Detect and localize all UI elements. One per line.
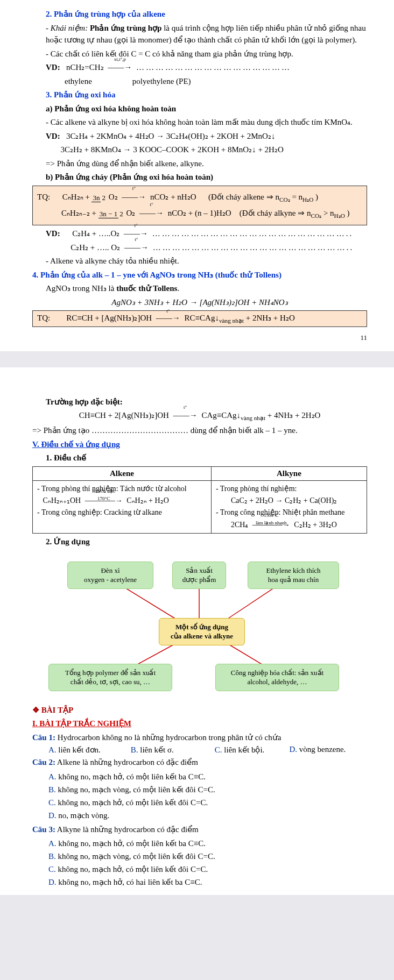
ak-l2: - Trong công nghiệp: Cracking từ alkane	[37, 508, 162, 516]
vd2-eq2-text: 3C₂H₂ + 8KMnO₄ → 3 KOOC–COOK + 2KOH + 8M…	[61, 145, 284, 154]
ay-eq1: CaC₂ + 2H₂O → C₂H₂ + Ca(OH)₂	[231, 496, 337, 505]
heading-3a: a) Phản ứng oxi hóa không hoàn toàn	[32, 103, 367, 115]
heading-v: V. Điều chế và ứng dụng	[32, 438, 367, 451]
heading-dc: 1. Điều chế	[32, 452, 367, 464]
tq-note2: (Đốt cháy alkyne ⇒ nCO₂ > nH₂O )	[240, 209, 350, 217]
arrow-7: t°——→	[171, 409, 200, 422]
tq-label: TQ:	[37, 193, 50, 201]
arrow-3: t°——→	[137, 205, 166, 221]
tollens-eq: AgNO₃ + 3NH₃ + H₂O → [Ag(NH₃)₂]OH + NH₄N…	[32, 296, 367, 309]
question-2: Câu 2: Alkene là những hydrocarbon có đặ…	[32, 756, 367, 769]
ak-cb: 170°C	[97, 496, 110, 501]
tollens-pre: AgNO₃ trong NH₃ là	[46, 284, 116, 293]
th-alkyne: Alkyne	[211, 466, 367, 480]
n2-gt: > n	[321, 209, 334, 217]
q1-options: A. liên kết đơn. B. liên kết σ. C. liên …	[32, 745, 367, 755]
h2ud-text: 2. Ứng dụng	[46, 537, 90, 546]
heading-3b: b) Phản ứng cháy (Phản ứng oxi hóa hoàn …	[32, 171, 367, 183]
q1-text: Hydrocarbon không no là những hydrocarbo…	[55, 733, 281, 742]
tq-eq1-o2: O₂	[109, 193, 118, 201]
ak-eql: CₙH₂ₙ₊₁OH	[43, 496, 81, 505]
q3-opt-d: D. không no, mạch hở, có hai liên kết ba…	[48, 876, 367, 889]
h1-text: 1. Điều chế	[46, 453, 86, 462]
question-1: Câu 1: Hydrocarbon không no là những hyd…	[32, 732, 367, 744]
sp-l: CH≡CH + 2[Ag(NH₃)₂]OH	[79, 411, 169, 420]
td-alkyne: - Trong phòng thí nghiệm: CaC₂ + 2H₂O → …	[211, 480, 367, 534]
q3-opt-c: C. không no, mạch hở, có một liên kết đô…	[48, 863, 367, 876]
page-1: 2. Phản ứng trùng hợp của alkene - Khái …	[0, 0, 394, 351]
node-cn: Công nghiệp hóa chất: sản xuấtalcohol, a…	[215, 664, 339, 692]
page-number: 11	[32, 332, 367, 343]
khai-niem-label: - Khái niệm:	[46, 24, 88, 32]
concept-paragraph: - Khái niệm: Phản ứng trùng hợp là quá t…	[32, 22, 367, 46]
tq-eq2-o2: O₂	[126, 209, 135, 217]
td-alkene: - Trong phòng thí nghiệm: Tách nước từ a…	[33, 480, 212, 534]
q3-opt-b: B. không no, mạch vòng, có một liên kết …	[48, 850, 367, 863]
prep-table: Alkene Alkyne - Trong phòng thí nghiệm: …	[32, 466, 367, 534]
arrow-9: 1500°Clàm lạnh nhanh ————→	[250, 519, 292, 531]
ay-l1: - Trong phòng thí nghiệm:	[216, 485, 297, 493]
tq2-vang: vàng nhạt	[219, 317, 244, 324]
th-alkene: Alkene	[33, 466, 212, 480]
node-polymer: Tổng hợp polymer để sản xuấtchất dẻo, tơ…	[48, 664, 172, 692]
frac1-b: 2	[101, 194, 107, 202]
ay-eq2r: C₂H₂ + 3H₂O	[294, 521, 337, 529]
tq2-l: RC≡CH + [Ag(NH₃)₂]OH	[66, 314, 152, 322]
ak-ct: H₂SO₄ đặc	[92, 488, 115, 494]
ethylene-label: ethylene	[65, 77, 92, 86]
vd2: VD: 3C₂H₄ + 2KMnO₄ + 4H₂O → 3C₂H₄(OH)₂ +…	[32, 130, 367, 143]
sp-vang: vàng nhạt	[241, 415, 265, 421]
q2-options: A. không no, mạch hở, có một liên kết ba…	[32, 770, 367, 822]
arrow-8: H₂SO₄ đặc170°C ————→	[83, 495, 125, 507]
vd3-l2: C₂H₂ + ….. O₂	[71, 243, 120, 252]
n1-a: (Đốt cháy alkene ⇒ n	[208, 193, 279, 201]
arrow-cond: xt,t°,p	[105, 56, 134, 63]
ay-eq2l: 2CH₄	[231, 521, 248, 529]
vd-left: nCH₂=CH₂	[66, 63, 104, 72]
cc-line: - Các chất có liên kết đôi C = C có khả …	[32, 48, 367, 60]
vd-label: VD:	[46, 63, 60, 72]
n1-close: )	[313, 193, 318, 201]
q3-text: Alkyne là những hydrocarbon có đặc điểm	[55, 825, 199, 834]
q3-options: A. không no, mạch hở, có một liên kết ba…	[32, 837, 367, 889]
question-3: Câu 3: Alkyne là những hydrocarbon có đặ…	[32, 823, 367, 836]
q2-opt-b: B. không no, mạch vòng, có một liên kết …	[48, 783, 367, 796]
mind-map: Đèn xìoxygen - acetylene Sản xuấtdược ph…	[32, 553, 367, 699]
page-2: Trường hợp đặc biệt: CH≡CH + 2[Ag(NH₃)₂]…	[0, 367, 394, 895]
q2-num: Câu 2:	[32, 758, 55, 766]
vd2-eq1: 3C₂H₄ + 2KMnO₄ + 4H₂O → 3C₂H₄(OH)₂ + 2KO…	[66, 132, 276, 140]
vd3: VD: C₂H₄ + …..O₂ t°——→ ………………………………………………	[32, 228, 367, 240]
frac1-t: 3n	[92, 194, 101, 202]
q1-opt-c: C. liên kết bội.	[215, 745, 265, 755]
tollens-eq-text: AgNO₃ + 3NH₃ + H₂O → [Ag(NH₃)₂]OH + NH₄N…	[111, 298, 287, 307]
vd-labels: ethylene polyethylene (PE)	[32, 75, 367, 88]
ay-ct: 1500°C	[264, 513, 279, 518]
arrow-5: t°——→	[122, 242, 151, 254]
q1-num: Câu 1:	[32, 733, 55, 742]
trac-nghiem-heading: I. BÀI TẬP TRẮC NGHIỆM	[32, 718, 367, 730]
tq2-box: TQ: RC≡CH + [Ag(NH₃)₂]OH t°——→ RC≡CAg↓và…	[32, 310, 367, 327]
frac-1: 3n2	[92, 194, 107, 201]
tollens-line: AgNO₃ trong NH₃ là thuốc thử Tollens.	[32, 282, 367, 295]
vd3-dots1: ……………………………………………………..	[152, 229, 354, 238]
heading-4: 4. Phản ứng của alk – 1 – yne với AgNO₃ …	[32, 269, 367, 281]
tq-eq2-l: CₙH₂ₙ₋₂ +	[61, 209, 99, 217]
n2-close: )	[345, 209, 350, 217]
q3-opt-a: A. không no, mạch hở, có một liên kết ba…	[48, 837, 367, 850]
special-eq: CH≡CH + 2[Ag(NH₃)₂]OH t°——→ CAg≡CAg↓vàng…	[32, 409, 367, 423]
node-center: Một số ứng dụngcủa alkene và alkyne	[159, 618, 245, 646]
special-heading: Trường hợp đặc biệt:	[32, 396, 367, 408]
ak-eqr: CₙH₂ₙ + H₂O	[126, 496, 169, 505]
pe-label: polyethylene (PE)	[132, 77, 191, 86]
pu-tao: => Phản ứng tạo ……………………………… dùng để nhậ…	[32, 424, 367, 437]
q1-opt-a: A. liên kết đơn.	[48, 745, 101, 755]
q2-opt-a: A. không no, mạch hở, có một liên kết ba…	[48, 770, 367, 783]
special-text: Trường hợp đặc biệt:	[46, 397, 123, 406]
heading-3: 3. Phản ứng oxi hóa	[32, 89, 367, 101]
q2-opt-c: C. không no, mạch hở, có một liên kết đô…	[48, 796, 367, 809]
nhan-biet: => Phản ứng dùng để nhận biết alkene, al…	[32, 158, 367, 170]
h3b-text: b) Phản ứng cháy (Phản ứng oxi hóa hoàn …	[46, 173, 213, 181]
node-duoc: Sản xuấtdược phẩm	[172, 562, 226, 590]
bai-tap-heading: ❖ BÀI TẬP	[32, 704, 367, 716]
n1-h2o: H₂O	[302, 196, 313, 203]
